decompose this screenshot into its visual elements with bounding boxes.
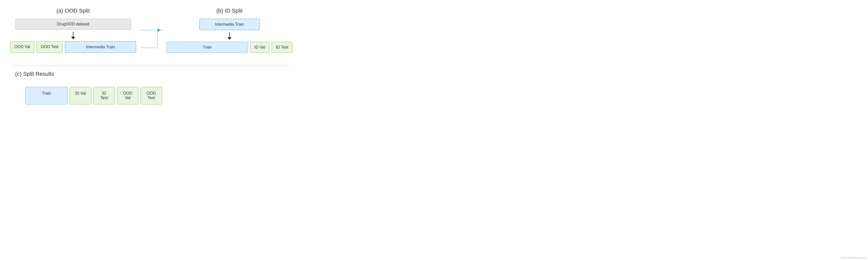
top-row: (a) OOD Split DrugOOD dataset OOD Val OO… [5,5,298,55]
main-container: (a) OOD Split DrugOOD dataset OOD Val OO… [5,5,298,105]
train-box-c: Train [25,87,68,105]
section-b-title: (b) ID Split [216,7,243,14]
id-val-box-b: ID Val [250,42,269,53]
ood-test-box-c: OOD Test [141,87,162,105]
svg-marker-1 [158,29,161,32]
ood-val-box: OOD Val [10,41,35,53]
section-b: (b) ID Split Intermedia Train Train ID V… [161,5,298,55]
id-test-box-c: ID Test [93,87,115,105]
section-c: (c) Split Results Train ID Val ID Test O… [5,71,298,105]
arrow-head-b [227,37,231,40]
arrow-down-a [71,32,75,39]
ood-test-box: OOD Test [37,41,63,53]
connector-svg [141,23,161,55]
section-b-bottom-row: Train ID Val ID Test [166,42,292,53]
arrow-line [73,32,73,37]
intermedia-train-box-a: Intermedia Train [65,41,136,53]
section-a-title: (a) OOD Split [57,7,90,14]
drugood-dataset-box: DrugOOD dataset [15,18,131,30]
section-a-bottom-row: OOD Val OOD Test Intermedia Train [10,41,136,53]
arrow-head [71,37,75,39]
intermedia-train-box-b: Intermedia Train [199,18,260,30]
section-a: (a) OOD Split DrugOOD dataset OOD Val OO… [5,5,141,55]
id-val-box-c: ID Val [70,87,91,105]
id-test-box-b: ID Test [272,42,293,53]
arrow-line-b [229,32,230,37]
section-c-boxes: Train ID Val ID Test OOD Val OOD Test [25,87,162,105]
ood-val-box-c: OOD Val [117,87,138,105]
connector-ab [141,5,161,55]
arrow-down-b [227,32,231,40]
train-box-b: Train [166,42,248,53]
section-c-title: (c) Split Results [15,71,54,77]
